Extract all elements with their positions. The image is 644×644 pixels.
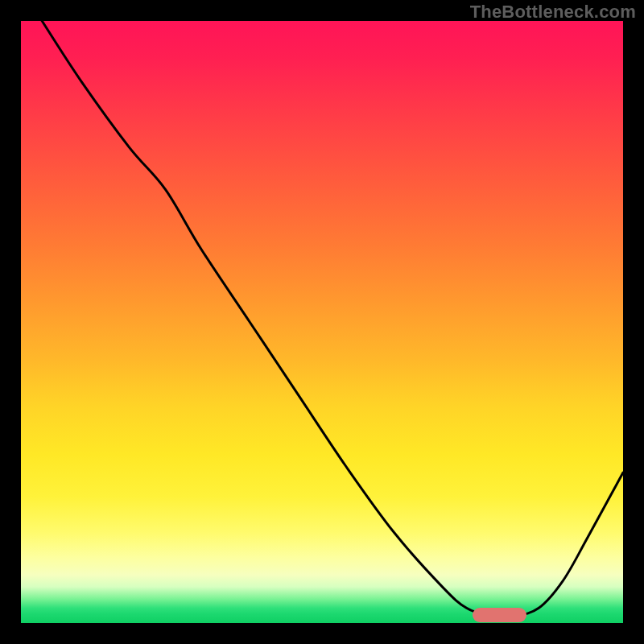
optimum-marker bbox=[473, 608, 526, 622]
chart-frame: TheBottleneck.com bbox=[0, 0, 644, 644]
plot-area bbox=[21, 21, 623, 623]
bottleneck-curve bbox=[21, 21, 623, 623]
watermark-text: TheBottleneck.com bbox=[470, 2, 636, 23]
